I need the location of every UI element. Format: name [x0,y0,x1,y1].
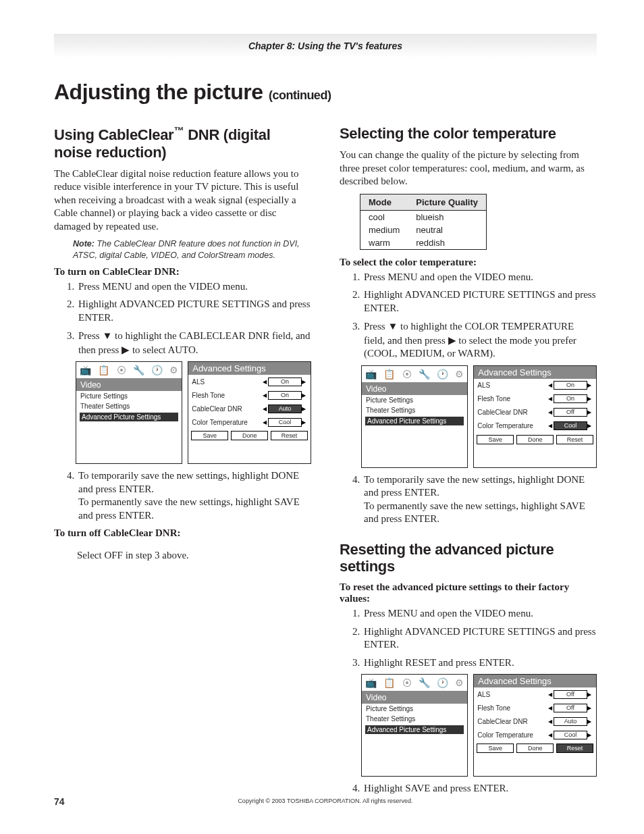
menu-icon-row: 📺📋⦿🔧🕐⚙ [76,362,182,379]
menu-button: Done [516,744,554,753]
step-1: Press MENU and open the VIDEO menu. [363,271,597,284]
setting-value: Cool [554,421,587,430]
button-row: SaveDoneReset [474,741,596,756]
video-menu-item: Picture Settings [362,704,467,714]
setting-row: Flesh Tone◀On▶ [474,392,596,406]
intro-paragraph: The CableClear digital noise reduction f… [54,167,311,234]
video-menu-item: Advanced Picture Settings [79,412,179,422]
menu-figure-3: 📺📋⦿🔧🕐⚙VideoPicture SettingsTheater Setti… [361,674,597,777]
setting-label: CableClear DNR [477,718,548,725]
setting-label: ALS [477,382,548,389]
step-2: Highlight ADVANCED PICTURE SETTINGS and … [363,625,597,652]
setting-row: CableClear DNR◀Auto▶ [474,714,596,728]
menu-tab-icon: ⦿ [402,677,412,688]
section-color-temp-heading: Selecting the color temperature [340,125,597,142]
setting-row: ALS◀Off▶ [474,687,596,701]
table-row: warmreddish [360,236,487,250]
setting-value: Auto [554,717,587,726]
setting-value: On [268,377,302,386]
left-arrow-icon: ◀ [263,419,268,425]
cell-quality: neutral [408,224,486,236]
button-row: SaveDoneReset [188,429,311,444]
advanced-settings-header: Advanced Settings [474,366,596,379]
menu-tab-icon: ⦿ [402,369,412,380]
left-arrow-icon: ◀ [263,392,268,398]
heading-text-pre: Using CableClear [54,126,173,143]
setting-value: Off [554,690,587,699]
setting-label: Flesh Tone [477,704,548,712]
step-4-a: To temporarily save the new settings, hi… [364,474,585,498]
setting-value: Cool [268,418,302,427]
right-arrow-icon: ▶ [587,705,593,711]
left-arrow-icon: ◀ [548,719,554,725]
page-footer: 74 Copyright © 2003 TOSHIBA CORPORATION.… [54,796,597,807]
reset-heading: To reset the advanced picture settings t… [340,581,597,604]
left-arrow-icon: ◀ [548,705,554,711]
cell-quality: blueish [408,210,486,224]
right-arrow-icon: ▶ [448,334,456,347]
cell-mode: warm [360,236,408,250]
setting-value: Off [554,408,587,417]
menu-tab-icon: 📋 [383,677,395,688]
menu-icon-row: 📺📋⦿🔧🕐⚙ [362,675,467,692]
left-arrow-icon: ◀ [548,692,554,698]
right-arrow-icon: ▶ [302,419,307,425]
page-title-text: Adjusting the picture [54,80,263,104]
page-title-continued: (continued) [269,88,331,102]
advanced-settings-panel: Advanced SettingsALS◀On▶Flesh Tone◀On▶Ca… [188,361,311,464]
table-header-quality: Picture Quality [408,194,486,210]
menu-tab-icon: ⚙ [455,677,464,688]
copyright-text: Copyright © 2003 TOSHIBA CORPORATION. Al… [54,798,597,804]
step-3: Press ▼ to highlight the CABLECLEAR DNR … [77,329,311,357]
turn-on-heading: To turn on CableClear DNR: [54,266,311,278]
step-4-b: To permanently save the new settings, hi… [364,500,585,525]
left-arrow-icon: ◀ [548,732,554,738]
setting-row: CableClear DNR◀Auto▶ [188,402,311,415]
setting-label: Flesh Tone [477,395,548,402]
setting-value: On [268,391,302,400]
note-text: The CableClear DNR feature does not func… [73,239,300,259]
video-menu-item: Theater Settings [76,401,182,411]
color-temp-intro: You can change the quality of the pictur… [340,149,597,188]
right-arrow-icon: ▶ [587,423,593,429]
section-reset-heading: Resetting the advanced picture settings [340,541,597,575]
setting-label: Color Temperature [477,422,548,429]
video-menu-header: Video [362,692,467,704]
menu-tab-icon: 🕐 [151,365,163,375]
right-arrow-icon: ▶ [587,396,593,402]
menu-button: Reset [556,744,593,753]
step-3-c: to select AUTO. [130,344,198,355]
setting-label: Flesh Tone [192,392,263,399]
step-3-a: Press [78,330,102,341]
setting-value: Off [554,704,587,712]
right-arrow-icon: ▶ [587,409,593,415]
menu-tab-icon: 📺 [80,365,91,375]
menu-button: Save [477,744,514,753]
left-column: Using CableClear™ DNR (digital noise red… [54,118,311,800]
down-arrow-icon: ▼ [387,319,398,333]
setting-value: Auto [268,405,302,413]
setting-row: Flesh Tone◀On▶ [188,388,311,402]
step-3: Highlight RESET and press ENTER. [363,656,597,670]
video-menu-panel: 📺📋⦿🔧🕐⚙VideoPicture SettingsTheater Setti… [76,361,182,464]
setting-row: Color Temperature◀Cool▶ [474,419,596,433]
step-3: Press ▼ to highlight the COLOR TEMPERATU… [363,319,597,361]
setting-label: ALS [192,378,263,386]
video-menu-item: Theater Settings [362,714,467,724]
menu-button: Reset [271,431,308,440]
setting-row: ALS◀On▶ [474,379,596,392]
menu-tab-icon: 🔧 [419,369,430,380]
menu-figure-1: 📺📋⦿🔧🕐⚙VideoPicture SettingsTheater Setti… [76,361,311,464]
note-label: Note: [73,239,95,249]
menu-tab-icon: 📋 [98,365,109,375]
right-arrow-icon: ▶ [122,343,130,357]
setting-label: Color Temperature [192,419,263,426]
left-arrow-icon: ◀ [548,396,554,402]
left-arrow-icon: ◀ [548,409,554,415]
turn-on-steps: Press MENU and open the VIDEO menu. High… [63,280,311,357]
setting-row: Color Temperature◀Cool▶ [188,415,311,429]
step-1: Press MENU and open the VIDEO menu. [363,607,597,621]
setting-value: On [554,381,587,390]
menu-button: Done [231,431,268,440]
left-arrow-icon: ◀ [548,423,554,429]
